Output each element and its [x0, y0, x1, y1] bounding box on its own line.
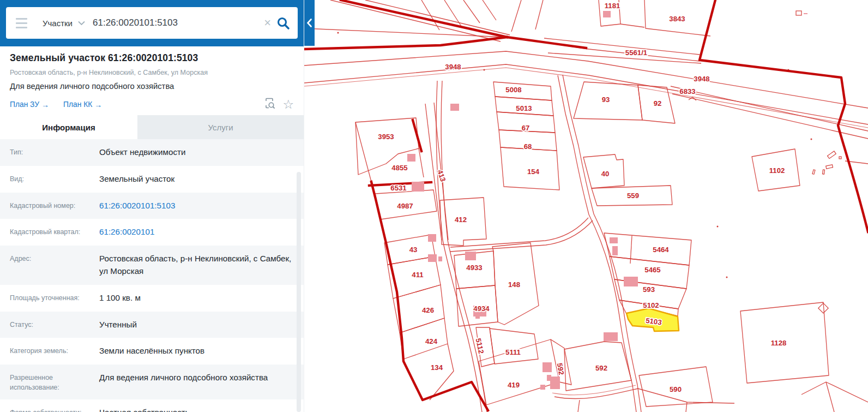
- collapse-panel-button[interactable]: [304, 0, 315, 46]
- parcel-label-5013[interactable]: 5013: [516, 104, 532, 112]
- parcel-label-67[interactable]: 67: [522, 124, 530, 132]
- parcel-label-412[interactable]: 412: [455, 216, 467, 224]
- row-value: Объект недвижимости: [99, 146, 304, 159]
- parcel-label-5464[interactable]: 5464: [653, 246, 669, 254]
- row-label: Адрес:: [0, 253, 99, 278]
- row-value-link[interactable]: 61:26:0020101:5103: [99, 200, 304, 212]
- parcel-label-4933[interactable]: 4933: [466, 264, 482, 272]
- row-value: Земельный участок: [99, 173, 304, 186]
- menu-icon[interactable]: [16, 18, 27, 28]
- parcel-label-92[interactable]: 92: [654, 99, 662, 108]
- document-search-icon[interactable]: [264, 98, 276, 111]
- parcel-outlines: [304, 0, 868, 412]
- row-label: Тип:: [0, 146, 99, 159]
- row-value: Ростовская область, р-н Неклиновский, с …: [99, 253, 304, 278]
- parcel-label-134[interactable]: 134: [431, 363, 443, 372]
- parcel-label-5465[interactable]: 5465: [644, 266, 660, 274]
- search-icon[interactable]: [276, 16, 290, 30]
- parcel-summary: Земельный участок 61:26:0020101:5103 Рос…: [0, 46, 304, 115]
- parcel-attributes-table: Тип:Объект недвижимостиВид:Земельный уча…: [0, 139, 304, 412]
- table-row: Форма собственности:Частная собственност…: [0, 399, 304, 412]
- parcel-label-419[interactable]: 419: [508, 381, 520, 389]
- parcel-address-subtitle: Ростовская область, р-н Неклиновский, с …: [10, 69, 294, 76]
- parcel-label-148[interactable]: 148: [508, 280, 520, 289]
- table-row: Тип:Объект недвижимости: [0, 139, 304, 166]
- cadastral-map[interactable]: 118138435561/139483948683350085013676815…: [304, 0, 868, 412]
- parcel-label-1128[interactable]: 1128: [771, 339, 787, 347]
- parcel-label-93[interactable]: 93: [602, 95, 610, 104]
- parcel-label-68[interactable]: 68: [524, 142, 532, 151]
- row-label: Форма собственности:: [0, 407, 99, 412]
- search-input[interactable]: [93, 17, 258, 28]
- parcel-label-5111[interactable]: 5111: [505, 348, 521, 356]
- table-row: Категория земель:Земли населённых пункто…: [0, 338, 304, 365]
- row-label: Площадь уточненная:: [0, 292, 99, 304]
- parcel-label-4855[interactable]: 4855: [391, 164, 407, 172]
- search-box[interactable]: Участки ×: [6, 7, 298, 39]
- sidebar-scrollbar[interactable]: [297, 172, 301, 412]
- chevron-down-icon[interactable]: [78, 21, 85, 26]
- parcel-label-154[interactable]: 154: [527, 168, 540, 176]
- row-label: Разрешенное использование:: [0, 372, 99, 392]
- table-row: Адрес:Ростовская область, р-н Неклиновск…: [0, 246, 304, 285]
- parcel-label-6531[interactable]: 6531: [390, 184, 406, 192]
- tab-bar: Информация Услуги: [0, 115, 304, 139]
- clear-search-icon[interactable]: ×: [264, 17, 271, 29]
- table-row: Кадастровый номер:61:26:0020101:5103: [0, 193, 304, 219]
- parcel-label-590[interactable]: 590: [670, 385, 682, 393]
- parcel-label-43[interactable]: 43: [409, 246, 418, 254]
- row-label: Категория земель:: [0, 345, 99, 357]
- parcel-label-426[interactable]: 426: [422, 306, 434, 314]
- parcel-label-411[interactable]: 411: [412, 271, 423, 279]
- row-value: Земли населённых пунктов: [99, 345, 304, 357]
- search-category-select[interactable]: Участки: [43, 19, 73, 28]
- table-row: Кадастровый квартал:61:26:0020101: [0, 219, 304, 246]
- parcel-label-559[interactable]: 559: [627, 192, 639, 200]
- search-header: Участки ×: [0, 0, 304, 46]
- table-row: Разрешенное использование:Для ведения ли…: [0, 365, 304, 399]
- parcel-label-6833[interactable]: 6833: [679, 87, 695, 95]
- parcel-label-4987[interactable]: 4987: [397, 202, 413, 210]
- parcel-label-424[interactable]: 424: [425, 337, 438, 345]
- table-row: Статус:Учтенный: [0, 312, 304, 338]
- page-title: Земельный участок 61:26:0020101:5103: [10, 52, 294, 64]
- parcel-usage-text: Для ведения личного подсобного хозяйства: [10, 82, 294, 91]
- favorite-star-icon[interactable]: ☆: [282, 98, 294, 111]
- row-label: Вид:: [0, 173, 99, 186]
- parcel-label-593[interactable]: 593: [643, 285, 655, 294]
- parcel-label-5008[interactable]: 5008: [505, 86, 521, 94]
- row-label: Статус:: [0, 319, 99, 331]
- parcel-label-4934[interactable]: 4934: [473, 304, 490, 313]
- row-value: Учтенный: [99, 319, 304, 331]
- table-row: Площадь уточненная:1 100 кв. м: [0, 285, 304, 312]
- plan-kk-link[interactable]: План КК→: [63, 100, 102, 109]
- row-value: Для ведения личного подсобного хозяйства: [99, 372, 304, 392]
- tab-services[interactable]: Услуги: [137, 115, 304, 139]
- row-value: Частная собственность: [99, 407, 304, 412]
- tab-information[interactable]: Информация: [0, 115, 137, 139]
- row-value-link[interactable]: 61:26:0020101: [99, 226, 304, 238]
- arrow-icon: →: [94, 100, 102, 109]
- row-label: Кадастровый номер:: [0, 200, 99, 212]
- parcel-label-592[interactable]: 592: [556, 362, 566, 375]
- parcel-label-3953[interactable]: 3953: [378, 133, 394, 141]
- plan-zu-link[interactable]: План ЗУ→: [10, 100, 49, 109]
- parcel-label-40[interactable]: 40: [601, 170, 610, 178]
- table-row: Вид:Земельный участок: [0, 166, 304, 193]
- info-sidebar: Участки × Земельный участок 61:26:002010…: [0, 0, 304, 412]
- parcel-label-592[interactable]: 592: [595, 364, 607, 372]
- parcel-label-5102[interactable]: 5102: [643, 301, 659, 309]
- parcel-label-5561-1[interactable]: 5561/1: [625, 49, 647, 57]
- parcel-label-1181[interactable]: 1181: [605, 2, 620, 10]
- row-label: Кадастровый квартал:: [0, 226, 99, 238]
- parcel-label-3843[interactable]: 3843: [669, 15, 685, 23]
- parcel-label-1102[interactable]: 1102: [769, 166, 785, 175]
- parcel-label-3948[interactable]: 3948: [694, 75, 709, 83]
- parcel-label-3948[interactable]: 3948: [445, 63, 461, 71]
- row-value: 1 100 кв. м: [99, 292, 304, 304]
- arrow-icon: →: [41, 100, 49, 109]
